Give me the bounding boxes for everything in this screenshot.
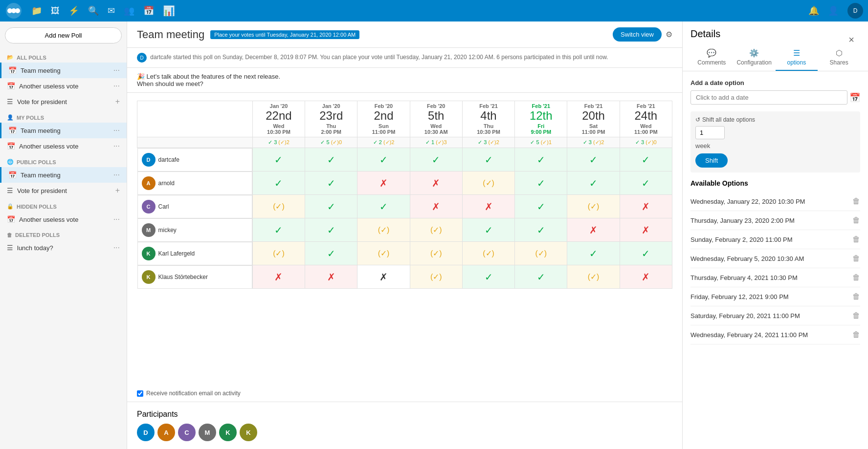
vote-cell[interactable]: ✗ — [462, 195, 514, 218]
vote-cell[interactable]: ✗ — [620, 218, 672, 242]
item-more-btn[interactable]: ··· — [113, 126, 120, 135]
item-more-btn[interactable]: ··· — [113, 171, 120, 179]
vote-cell[interactable]: ✓ — [567, 171, 620, 195]
notification-checkbox[interactable] — [137, 390, 143, 397]
sidebar-item-hidden-polls-another[interactable]: 📅 Another useless vote ··· — [0, 212, 127, 227]
vote-cell[interactable]: ✓ — [410, 148, 462, 171]
tab-shares[interactable]: ⬡ Shares — [818, 44, 860, 71]
option-delete-button[interactable]: 🗑 — [852, 235, 860, 244]
vote-cell[interactable]: ✓ — [515, 218, 567, 242]
sidebar-item-my-polls-another-useless-vote[interactable]: 📅 Another useless vote ··· — [0, 138, 127, 154]
vote-cell[interactable]: ✓ — [515, 195, 567, 218]
settings-button[interactable]: ⚙ — [666, 30, 672, 39]
vote-cell[interactable]: (✓) — [462, 171, 514, 195]
vote-cell[interactable]: (✓) — [252, 242, 305, 265]
vote-cell[interactable]: (✓) — [410, 265, 462, 289]
vote-cell[interactable]: ✗ — [357, 171, 410, 195]
charts-icon[interactable]: 📊 — [163, 5, 175, 17]
vote-cell[interactable]: ✓ — [567, 148, 620, 171]
vote-cell[interactable]: (✓) — [462, 242, 514, 265]
vote-cell[interactable]: ✓ — [357, 195, 410, 218]
tab-configuration[interactable]: ⚙️ Configuration — [733, 44, 776, 71]
item-more-btn[interactable]: ··· — [113, 82, 120, 90]
files-icon[interactable]: 📁 — [31, 5, 42, 16]
vote-cell[interactable]: (✓) — [567, 195, 620, 218]
vote-cell[interactable]: ✓ — [357, 148, 410, 171]
vote-cell[interactable]: ✗ — [410, 195, 462, 218]
vote-cell[interactable]: ✓ — [620, 242, 672, 265]
vote-cell[interactable]: (✓) — [567, 265, 620, 289]
contacts-icon[interactable]: 👥 — [124, 5, 134, 16]
user-menu-icon[interactable]: 👤 — [828, 5, 839, 16]
vote-cell[interactable]: ✗ — [620, 195, 672, 218]
sidebar-item-my-polls-team-meeting[interactable]: 📅 Team meeting ··· — [0, 123, 127, 138]
vote-cell[interactable]: ✓ — [567, 242, 620, 265]
vote-cell[interactable]: ✓ — [305, 242, 357, 265]
vote-cell[interactable]: ✗ — [567, 218, 620, 242]
sidebar-item-public-polls-team-meeting[interactable]: 📅 Team meeting ··· — [0, 167, 127, 183]
bell-icon[interactable]: 🔔 — [808, 5, 819, 16]
tab-options[interactable]: ☰ options — [776, 44, 818, 71]
sidebar-item-all-polls-vote-president[interactable]: ☰ Vote for president + — [0, 94, 127, 109]
mail-icon[interactable]: ✉ — [108, 5, 115, 16]
item-add-btn[interactable]: + — [115, 186, 120, 195]
option-delete-button[interactable]: 🗑 — [852, 292, 860, 301]
date-input[interactable] — [690, 90, 847, 105]
vote-cell[interactable]: (✓) — [357, 242, 410, 265]
item-more-btn[interactable]: ··· — [113, 215, 120, 224]
vote-cell[interactable]: ✗ — [357, 265, 410, 289]
shift-button[interactable]: Shift — [695, 153, 728, 168]
vote-cell[interactable]: ✓ — [515, 265, 567, 289]
option-delete-button[interactable]: 🗑 — [852, 273, 860, 282]
vote-cell[interactable]: (✓) — [410, 218, 462, 242]
vote-cell[interactable]: (✓) — [357, 218, 410, 242]
search-icon[interactable]: 🔍 — [88, 5, 99, 16]
close-panel-button[interactable]: × — [848, 34, 854, 45]
vote-cell[interactable]: ✓ — [252, 171, 305, 195]
vote-cell[interactable]: ✗ — [252, 265, 305, 289]
switch-view-button[interactable]: Switch view — [613, 27, 662, 42]
sidebar-item-all-polls-another-useless-vote[interactable]: 📅 Another useless vote ··· — [0, 78, 127, 94]
vote-cell[interactable]: ✓ — [462, 218, 514, 242]
sidebar-item-public-polls-vote-president[interactable]: ☰ Vote for president + — [0, 183, 127, 198]
add-new-poll-button[interactable]: Add new Poll — [5, 27, 122, 43]
vote-cell[interactable]: ✓ — [252, 218, 305, 242]
item-more-btn[interactable]: ··· — [113, 243, 120, 252]
option-delete-button[interactable]: 🗑 — [852, 216, 860, 225]
option-delete-button[interactable]: 🗑 — [852, 197, 860, 206]
vote-cell[interactable]: ✓ — [252, 148, 305, 171]
vote-cell[interactable]: (✓) — [252, 195, 305, 218]
vote-cell[interactable]: ✗ — [305, 265, 357, 289]
vote-cell[interactable]: ✓ — [515, 148, 567, 171]
option-delete-button[interactable]: 🗑 — [852, 254, 860, 263]
calendar-picker-icon[interactable]: 📅 — [849, 92, 860, 103]
vote-cell[interactable]: ✗ — [620, 265, 672, 289]
vote-cell[interactable]: ✓ — [620, 148, 672, 171]
vote-cell[interactable]: ✓ — [305, 148, 357, 171]
option-delete-button[interactable]: 🗑 — [852, 311, 860, 320]
vote-cell[interactable]: ✓ — [620, 171, 672, 195]
option-delete-button[interactable]: 🗑 — [852, 330, 860, 339]
item-add-btn[interactable]: + — [115, 97, 120, 106]
vote-cell[interactable]: ✗ — [410, 171, 462, 195]
col-header-1: Jan '20 23rd Thu 2:00 PM — [305, 101, 357, 137]
item-more-btn[interactable]: ··· — [113, 66, 120, 75]
vote-cell[interactable]: (✓) — [515, 242, 567, 265]
vote-cell[interactable]: ✓ — [515, 171, 567, 195]
vote-cell[interactable]: ✓ — [305, 218, 357, 242]
vote-cell[interactable]: ✓ — [305, 195, 357, 218]
sidebar-item-deleted-polls-lunch[interactable]: ☰ lunch today? ··· — [0, 240, 127, 256]
photos-icon[interactable]: 🖼 — [51, 6, 60, 16]
vote-cell[interactable]: ✓ — [305, 171, 357, 195]
vote-cell[interactable]: ✓ — [462, 265, 514, 289]
nextcloud-logo[interactable] — [5, 2, 22, 20]
vote-cell[interactable]: ✓ — [462, 148, 514, 171]
activity-icon[interactable]: ⚡ — [68, 5, 79, 16]
sidebar-item-all-polls-team-meeting[interactable]: 📅 Team meeting ··· — [0, 63, 127, 78]
tab-comments[interactable]: 💬 Comments — [690, 44, 733, 71]
user-avatar[interactable]: D — [847, 3, 863, 19]
vote-cell[interactable]: (✓) — [410, 242, 462, 265]
shift-number-input[interactable] — [695, 126, 725, 139]
item-more-btn[interactable]: ··· — [113, 142, 120, 150]
calendar-icon[interactable]: 📅 — [143, 5, 154, 16]
